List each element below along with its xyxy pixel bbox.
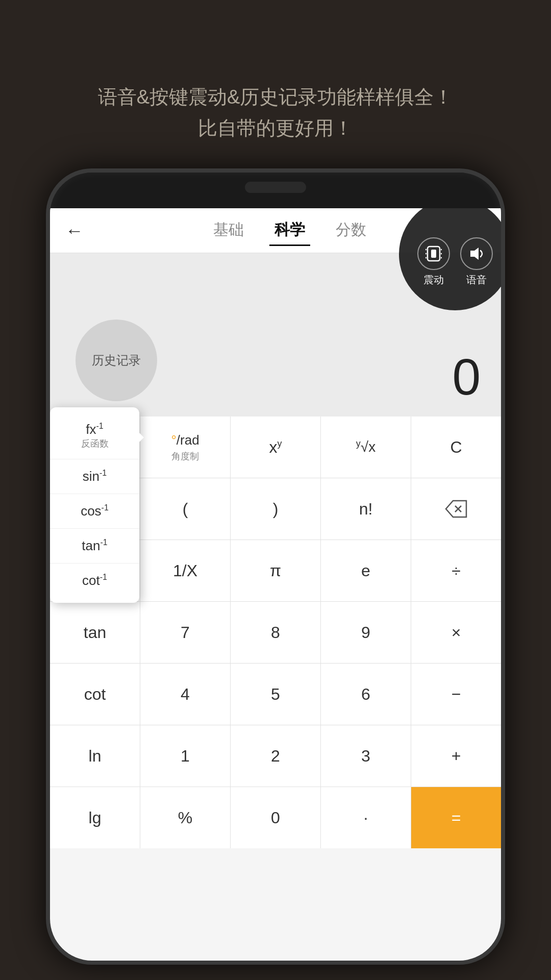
key-subtract[interactable]: − bbox=[411, 664, 501, 725]
key-backspace[interactable] bbox=[411, 478, 501, 540]
key-divide[interactable]: ÷ bbox=[411, 540, 501, 601]
key-clear[interactable]: C bbox=[411, 416, 501, 478]
key-9[interactable]: 9 bbox=[321, 602, 411, 663]
vibrate-label: 震动 bbox=[423, 273, 444, 287]
key-angle[interactable]: °/rad 角度制 bbox=[140, 416, 231, 478]
key-reciprocal[interactable]: 1/X bbox=[140, 540, 231, 601]
sidebar-sin-inverse[interactable]: sin-1 bbox=[50, 459, 139, 494]
key-row-6: ln 1 2 3 + bbox=[50, 725, 501, 787]
key-equals[interactable]: = bbox=[411, 787, 501, 848]
sidebar-tan-inverse[interactable]: tan-1 bbox=[50, 529, 139, 564]
key-7[interactable]: 7 bbox=[140, 602, 231, 663]
key-6[interactable]: 6 bbox=[321, 664, 411, 725]
key-multiply[interactable]: × bbox=[411, 602, 501, 663]
sidebar-cos-inverse[interactable]: cos-1 bbox=[50, 494, 139, 529]
phone-speaker bbox=[245, 182, 306, 193]
key-row-4: tan 7 8 9 × bbox=[50, 602, 501, 664]
key-ln[interactable]: ln bbox=[50, 725, 140, 787]
key-0[interactable]: 0 bbox=[231, 787, 321, 848]
tab-science[interactable]: 科学 bbox=[269, 215, 310, 246]
phone-screen: ← 基础 科学 分数 bbox=[50, 208, 501, 961]
key-cot[interactable]: cot bbox=[50, 664, 140, 725]
volume-up-button bbox=[46, 315, 50, 356]
svg-marker-8 bbox=[470, 248, 479, 260]
display-number: 0 bbox=[452, 348, 481, 406]
key-decimal[interactable]: · bbox=[321, 787, 411, 848]
key-3[interactable]: 3 bbox=[321, 725, 411, 787]
nav-bar: ← 基础 科学 分数 bbox=[50, 208, 501, 253]
sidebar-popup: fx-1 反函数 sin-1 cos-1 tan-1 cot-1 bbox=[50, 407, 139, 603]
key-4[interactable]: 4 bbox=[140, 664, 231, 725]
sidebar-cot-inverse[interactable]: cot-1 bbox=[50, 564, 139, 598]
sidebar-fx-inverse[interactable]: fx-1 反函数 bbox=[50, 412, 139, 459]
back-button[interactable]: ← bbox=[65, 220, 84, 241]
key-2[interactable]: 2 bbox=[231, 725, 321, 787]
key-factorial[interactable]: n! bbox=[321, 478, 411, 540]
key-lg[interactable]: lg bbox=[50, 787, 140, 848]
sound-label: 语音 bbox=[466, 273, 487, 287]
sound-icon bbox=[460, 237, 493, 270]
key-percent[interactable]: % bbox=[140, 787, 231, 848]
phone-frame: ← 基础 科学 分数 bbox=[46, 168, 505, 965]
backspace-icon bbox=[445, 500, 467, 518]
key-add[interactable]: + bbox=[411, 725, 501, 787]
key-8[interactable]: 8 bbox=[231, 602, 321, 663]
tab-basic[interactable]: 基础 bbox=[208, 215, 249, 246]
promo-line2: 比自带的更好用！ bbox=[41, 113, 510, 144]
key-pi[interactable]: π bbox=[231, 540, 321, 601]
sound-menu-item[interactable]: 语音 bbox=[460, 237, 493, 287]
volume-down-button bbox=[46, 366, 50, 407]
vibrate-menu-item[interactable]: 震动 bbox=[417, 237, 450, 287]
key-5[interactable]: 5 bbox=[231, 664, 321, 725]
history-button[interactable]: 历史记录 bbox=[76, 320, 157, 401]
key-xy[interactable]: xy bbox=[231, 416, 321, 478]
circle-menu-items: 震动 语音 bbox=[417, 222, 493, 287]
tab-fraction[interactable]: 分数 bbox=[331, 215, 371, 246]
key-1[interactable]: 1 bbox=[140, 725, 231, 787]
promo-text: 语音&按键震动&历史记录功能样样俱全！ 比自带的更好用！ bbox=[0, 0, 551, 175]
key-e[interactable]: e bbox=[321, 540, 411, 601]
key-row-7: lg % 0 · = bbox=[50, 787, 501, 848]
key-close-paren[interactable]: ) bbox=[231, 478, 321, 540]
key-yroot[interactable]: y√x bbox=[321, 416, 411, 478]
vibrate-icon bbox=[417, 237, 450, 270]
key-open-paren[interactable]: ( bbox=[140, 478, 231, 540]
svg-rect-1 bbox=[431, 250, 436, 258]
key-tan[interactable]: tan bbox=[50, 602, 140, 663]
promo-line1: 语音&按键震动&历史记录功能样样俱全！ bbox=[41, 82, 510, 113]
key-row-5: cot 4 5 6 − bbox=[50, 664, 501, 725]
